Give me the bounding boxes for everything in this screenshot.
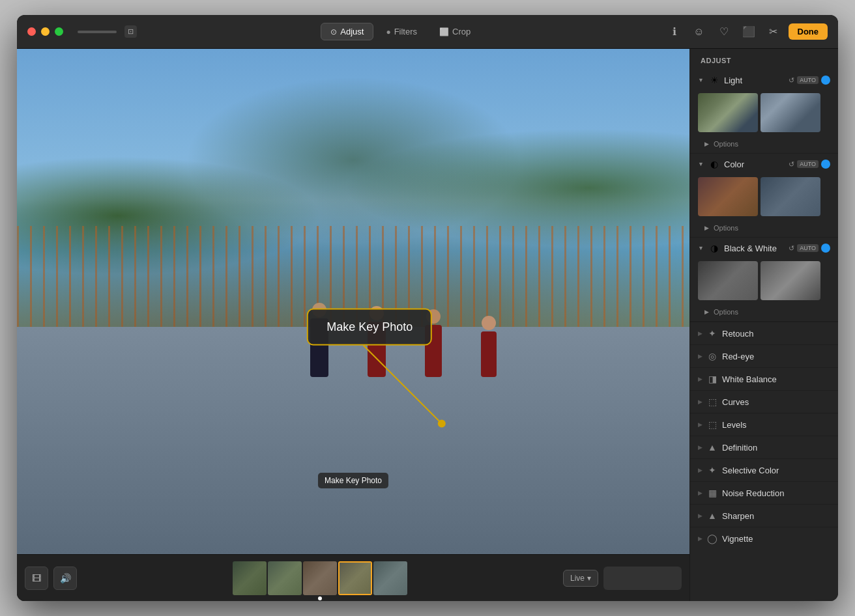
color-options-row[interactable]: ▶ Options — [690, 221, 838, 237]
filmstrip-thumb-2[interactable] — [268, 561, 302, 595]
color-auto-badge[interactable]: AUTO — [797, 160, 819, 168]
bw-auto-badge[interactable]: AUTO — [797, 244, 819, 252]
section-definition-row[interactable]: ▶ ▲ Definition — [690, 436, 838, 458]
light-thumb-2[interactable] — [761, 93, 820, 132]
main-content: Make Key Photo — [17, 49, 838, 601]
bw-controls: ↺ AUTO — [789, 244, 830, 253]
filters-icon: ● — [386, 27, 390, 36]
color-options-label: Options — [714, 224, 738, 232]
light-reset-icon[interactable]: ↺ — [789, 76, 794, 85]
redeye-chevron-icon: ▶ — [698, 353, 703, 359]
selective-icon: ✦ — [706, 465, 718, 475]
info-button[interactable]: ℹ — [665, 22, 684, 42]
bw-thumb-2[interactable] — [761, 261, 820, 300]
light-auto-badge[interactable]: AUTO — [797, 76, 819, 84]
levels-icon: ⬚ — [706, 419, 718, 430]
section-redeye-row[interactable]: ▶ ◎ Red-eye — [690, 344, 838, 367]
section-noise-row[interactable]: ▶ ▦ Noise Reduction — [690, 481, 838, 504]
filmstrip-thumb-3[interactable] — [303, 561, 337, 595]
filmstrip-thumb-4-selected[interactable] — [338, 561, 372, 595]
curves-chevron-icon: ▶ — [698, 399, 703, 405]
tab-filters-label: Filters — [394, 27, 417, 36]
bw-chevron-icon: ▼ — [698, 245, 704, 251]
wb-label: White Balance — [722, 374, 830, 384]
color-thumb-1[interactable] — [698, 177, 758, 216]
minimize-button[interactable] — [41, 27, 50, 36]
section-color: ▼ ◐ Color ↺ AUTO ▶ Options — [690, 154, 838, 238]
sharpen-chevron-icon: ▶ — [698, 512, 703, 519]
light-options-row[interactable]: ▶ Options — [690, 137, 838, 153]
section-vignette-row[interactable]: ▶ ◯ Vignette — [690, 527, 838, 550]
light-thumbnails — [690, 91, 838, 137]
tab-bar: ⊙ Adjust ● Filters ⬜ Crop — [137, 23, 665, 40]
color-options-chevron: ▶ — [704, 225, 711, 231]
light-options-label: Options — [714, 140, 738, 148]
panel-header: ADJUST — [690, 49, 838, 70]
tab-crop[interactable]: ⬜ Crop — [429, 23, 480, 40]
filmstrip-dot — [318, 596, 322, 600]
fullscreen-icon[interactable]: ⊡ — [124, 25, 137, 38]
filmstrip-track — [82, 561, 558, 595]
photo-viewport[interactable]: Make Key Photo — [17, 49, 689, 554]
bw-icon: ◑ — [708, 243, 720, 253]
emoji-button[interactable]: ☺ — [689, 22, 709, 42]
filmstrip-thumb-5[interactable] — [373, 561, 407, 595]
retouch-chevron-icon: ▶ — [698, 330, 703, 337]
color-toggle[interactable] — [821, 160, 830, 169]
figure-4-head — [482, 316, 496, 330]
light-controls: ↺ AUTO — [789, 76, 830, 85]
bw-reset-icon[interactable]: ↺ — [789, 244, 794, 253]
filmstrip-icon-1[interactable]: 🎞 — [25, 567, 48, 590]
section-levels-row[interactable]: ▶ ⬚ Levels — [690, 413, 838, 436]
section-bw: ▼ ◑ Black & White ↺ AUTO ▶ Options — [690, 238, 838, 322]
section-light-row[interactable]: ▼ ☀ Light ↺ AUTO — [690, 70, 838, 91]
color-reset-icon[interactable]: ↺ — [789, 160, 794, 169]
bw-options-chevron: ▶ — [704, 309, 711, 315]
light-label: Light — [724, 76, 785, 85]
section-bw-row[interactable]: ▼ ◑ Black & White ↺ AUTO — [690, 238, 838, 259]
vignette-label: Vignette — [722, 534, 830, 544]
noise-label: Noise Reduction — [722, 488, 830, 498]
bw-options-row[interactable]: ▶ Options — [690, 305, 838, 321]
retouch-label: Retouch — [722, 329, 830, 339]
definition-chevron-icon: ▶ — [698, 444, 703, 451]
done-button[interactable]: Done — [789, 23, 828, 40]
bw-options-label: Options — [714, 308, 738, 316]
light-toggle[interactable] — [821, 76, 830, 85]
filmstrip-thumb-1[interactable] — [233, 561, 267, 595]
adjust-icon: ⊙ — [330, 27, 337, 36]
tab-adjust[interactable]: ⊙ Adjust — [321, 23, 373, 40]
zoom-slider[interactable] — [78, 31, 117, 33]
live-dropdown[interactable]: Live ▾ — [563, 570, 598, 587]
filmstrip-icon-2[interactable]: 🔊 — [53, 567, 77, 590]
section-curves-row[interactable]: ▶ ⬚ Curves — [690, 390, 838, 413]
definition-label: Definition — [722, 443, 830, 453]
section-sharpen-row[interactable]: ▶ ▲ Sharpen — [690, 504, 838, 527]
section-retouch-row[interactable]: ▶ ✦ Retouch — [690, 322, 838, 344]
light-thumb-1[interactable] — [698, 93, 758, 132]
tooltip-main-label: Make Key Photo — [326, 320, 413, 333]
color-thumb-2[interactable] — [761, 177, 820, 216]
levels-label: Levels — [722, 420, 830, 430]
maximize-button[interactable] — [55, 27, 63, 36]
tab-filters[interactable]: ● Filters — [376, 23, 427, 40]
filmstrip-right-controls — [603, 567, 682, 590]
section-selective-row[interactable]: ▶ ✦ Selective Color — [690, 458, 838, 481]
noise-chevron-icon: ▶ — [698, 490, 703, 496]
section-color-row[interactable]: ▼ ◐ Color ↺ AUTO — [690, 154, 838, 175]
light-sun-icon: ☀ — [708, 75, 720, 85]
close-button[interactable] — [27, 27, 36, 36]
svg-line-0 — [364, 345, 442, 423]
bw-toggle[interactable] — [821, 244, 830, 253]
share-button[interactable]: ⬛ — [739, 22, 759, 42]
color-thumbnails — [690, 175, 838, 221]
live-chevron-icon: ▾ — [587, 574, 591, 583]
crop-icon: ⬜ — [439, 27, 449, 36]
bw-thumb-1[interactable] — [698, 261, 758, 300]
section-wb-row[interactable]: ▶ ◨ White Balance — [690, 367, 838, 390]
vignette-icon: ◯ — [706, 533, 718, 544]
filmstrip-bar: 🎞 🔊 Live ▾ — [17, 554, 689, 601]
main-window: ⊡ ⊙ Adjust ● Filters ⬜ Crop ℹ ☺ ♡ ⬛ ✂ Do… — [17, 15, 838, 601]
more-button[interactable]: ✂ — [764, 22, 783, 42]
heart-button[interactable]: ♡ — [714, 22, 734, 42]
